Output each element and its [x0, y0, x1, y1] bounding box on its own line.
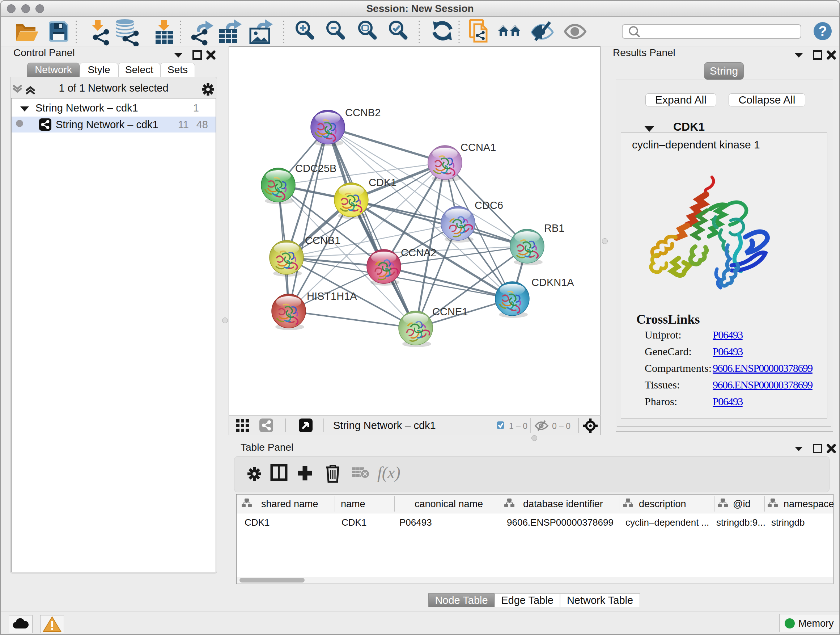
- svg-text:CCNA2: CCNA2: [401, 247, 436, 258]
- svg-text:CDKN1A: CDKN1A: [531, 277, 574, 288]
- svg-text:CDC6: CDC6: [475, 200, 503, 211]
- svg-text:HIST1H1A: HIST1H1A: [307, 290, 357, 302]
- svg-text:RB1: RB1: [544, 222, 564, 234]
- svg-text:CCNA1: CCNA1: [461, 141, 496, 153]
- svg-text:CCNE1: CCNE1: [432, 306, 468, 318]
- svg-text:CCNB1: CCNB1: [305, 234, 340, 246]
- svg-text:f(x): f(x): [377, 463, 401, 482]
- svg-text:CCNB2: CCNB2: [345, 107, 381, 119]
- svg-text:1 – 0: 1 – 0: [509, 421, 527, 431]
- svg-text:String Network – cdk1: String Network – cdk1: [333, 420, 436, 431]
- svg-text:0 – 0: 0 – 0: [552, 421, 570, 431]
- svg-text:CDC25B: CDC25B: [295, 163, 336, 174]
- svg-text:CDK1: CDK1: [369, 177, 396, 188]
- svg-text:?: ?: [818, 24, 827, 39]
